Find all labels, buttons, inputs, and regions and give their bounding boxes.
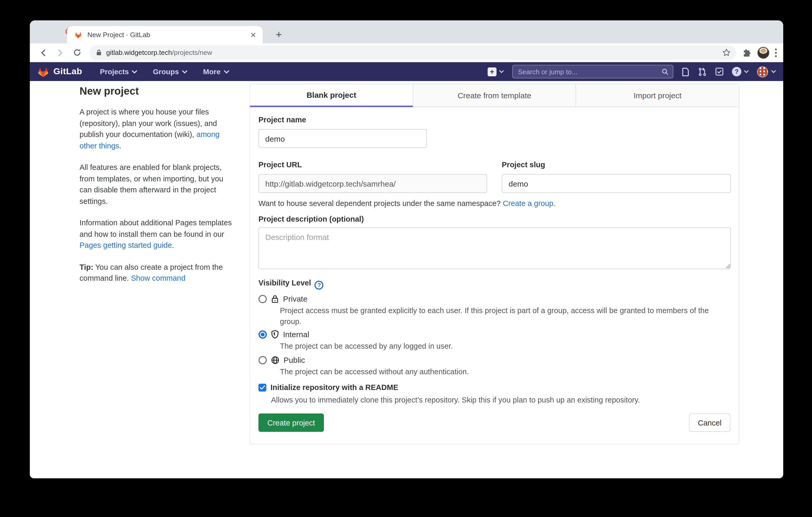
pages-paragraph: Information about additional Pages templ…: [80, 217, 232, 251]
forward-icon[interactable]: [54, 46, 66, 59]
bookmark-star-icon[interactable]: [722, 48, 731, 57]
url-path: /projects/new: [172, 49, 212, 57]
readme-label: Initialize repository with a README: [270, 383, 398, 392]
tab-title: New Project · GitLab: [87, 31, 250, 39]
new-tab-button[interactable]: +: [271, 27, 286, 42]
tab-create-from-template[interactable]: Create from template: [412, 84, 576, 107]
tip-paragraph: Tip: You can also create a project from …: [80, 262, 232, 284]
help-icon: ?: [732, 67, 742, 76]
user-avatar: [757, 66, 768, 77]
url-bar[interactable]: gitlab.widgetcorp.tech/projects/new: [89, 45, 736, 60]
gitlab-favicon-icon: [74, 31, 82, 38]
page-content: New project A project is where you house…: [30, 81, 783, 478]
private-radio[interactable]: [258, 295, 267, 303]
readme-checkbox[interactable]: [258, 384, 266, 391]
search-icon: [661, 68, 669, 75]
project-name-input[interactable]: [258, 129, 427, 148]
readme-description: Allows you to immediately clone this pro…: [271, 395, 722, 406]
form-tabs: Blank project Create from template Impor…: [250, 84, 739, 107]
readme-option[interactable]: Initialize repository with a README: [258, 383, 398, 392]
gitlab-navbar: GitLab Projects Groups More +: [30, 62, 783, 81]
project-slug-input[interactable]: [502, 174, 731, 193]
show-command-link[interactable]: Show command: [131, 274, 185, 282]
create-a-group-link[interactable]: Create a group.: [503, 199, 556, 208]
private-description: Project access must be granted explicitl…: [280, 305, 723, 327]
project-url-label: Project URL: [258, 160, 302, 169]
extensions-puzzle-icon[interactable]: [743, 48, 752, 57]
page-title: New project: [80, 85, 232, 97]
globe-icon: [271, 356, 280, 364]
user-menu[interactable]: [757, 66, 776, 77]
visibility-help-icon[interactable]: ?: [315, 280, 324, 290]
project-description-textarea[interactable]: [258, 227, 731, 269]
project-url-input[interactable]: [258, 174, 487, 193]
close-tab-icon[interactable]: ✕: [250, 31, 256, 38]
project-name-label: Project name: [258, 116, 306, 124]
nav-more[interactable]: More: [203, 67, 229, 76]
gitlab-logo-icon[interactable]: [37, 66, 49, 77]
nav-groups[interactable]: Groups: [153, 67, 187, 76]
search-input[interactable]: [518, 68, 661, 75]
pages-guide-link[interactable]: Pages getting started guide: [80, 241, 172, 249]
gitlab-navbar-right: + ?: [488, 65, 776, 79]
reload-icon[interactable]: [70, 46, 83, 59]
internal-radio[interactable]: [258, 330, 267, 338]
todos-icon[interactable]: [715, 67, 724, 76]
merge-requests-icon[interactable]: [698, 67, 707, 76]
kebab-menu-icon[interactable]: [775, 48, 777, 57]
internal-description: The project can be accessed by any logge…: [280, 341, 723, 352]
create-project-button[interactable]: Create project: [258, 414, 324, 432]
sidebar-help-column: New project A project is where you house…: [80, 85, 232, 295]
public-description: The project can be accessed without any …: [280, 366, 723, 377]
gitlab-menu: Projects Groups More: [100, 67, 229, 76]
visibility-option-private[interactable]: Private: [258, 294, 308, 303]
browser-tab[interactable]: New Project · GitLab ✕: [67, 26, 263, 43]
visibility-option-public[interactable]: Public: [258, 356, 305, 364]
cancel-button[interactable]: Cancel: [689, 414, 730, 432]
back-icon[interactable]: [37, 46, 50, 59]
lock-icon: [271, 295, 279, 303]
public-radio[interactable]: [258, 356, 267, 364]
project-slug-label: Project slug: [502, 160, 545, 169]
intro-paragraph: A project is where you house your files …: [80, 107, 232, 152]
gitlab-wordmark[interactable]: GitLab: [53, 66, 82, 77]
screen: New Project · GitLab ✕ + gitlab.widgetco…: [0, 0, 812, 517]
help-menu[interactable]: ?: [732, 67, 749, 76]
visibility-level-label: Visibility Level?: [258, 279, 324, 290]
features-paragraph: All features are enabled for blank proje…: [80, 162, 232, 207]
new-item-menu[interactable]: +: [488, 67, 504, 76]
nav-projects[interactable]: Projects: [100, 67, 137, 76]
url-domain: gitlab.widgetcorp.tech: [106, 49, 172, 57]
issues-icon[interactable]: [682, 67, 690, 76]
global-search[interactable]: [512, 65, 673, 79]
new-project-form-card: Blank project Create from template Impor…: [250, 84, 739, 444]
browser-toolbar: gitlab.widgetcorp.tech/projects/new: [30, 43, 783, 62]
visibility-option-internal[interactable]: Internal: [258, 330, 309, 339]
shield-icon: [271, 330, 279, 339]
toolbar-right: [743, 46, 777, 59]
project-description-label: Project description (optional): [258, 215, 364, 223]
namespace-hint: Want to house several dependent projects…: [258, 199, 556, 208]
plus-icon: +: [488, 67, 496, 76]
browser-window: New Project · GitLab ✕ + gitlab.widgetco…: [30, 20, 783, 478]
tab-import-project[interactable]: Import project: [576, 84, 739, 107]
tab-strip: New Project · GitLab ✕ +: [30, 20, 783, 43]
tab-blank-project[interactable]: Blank project: [250, 84, 412, 107]
browser-profile-avatar[interactable]: [757, 46, 770, 59]
lock-icon: [96, 49, 102, 56]
url-text: gitlab.widgetcorp.tech/projects/new: [106, 49, 722, 57]
